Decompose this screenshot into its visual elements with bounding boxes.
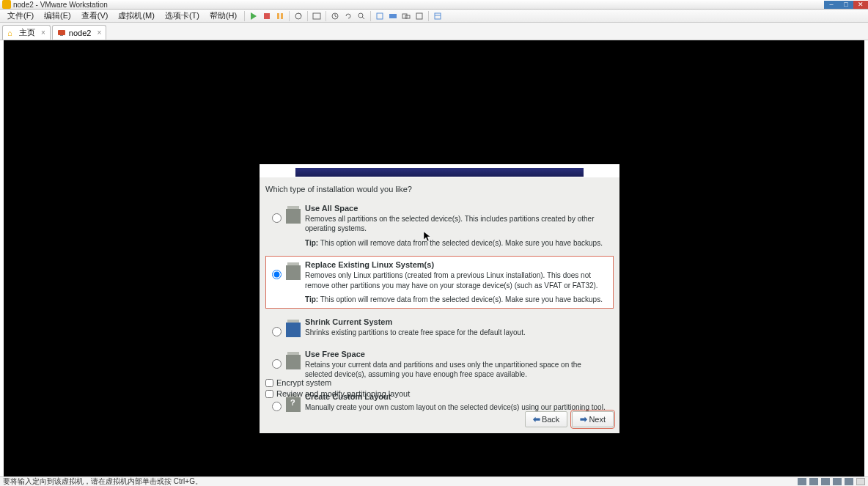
snapshot-icon[interactable]: [293, 10, 304, 22]
zoom-icon[interactable]: [356, 10, 367, 22]
home-icon: ⌂: [7, 29, 16, 37]
mouse-cursor: [424, 232, 431, 242]
tray-network-icon[interactable]: [821, 478, 830, 485]
svg-rect-11: [405, 15, 410, 18]
minimize-button[interactable]: –: [824, 1, 839, 9]
option-title: Use Free Space: [305, 349, 610, 360]
console-icon[interactable]: [400, 10, 412, 22]
option-replace-linux[interactable]: Replace Existing Linux System(s) Removes…: [265, 256, 614, 308]
svg-rect-15: [58, 30, 65, 35]
svg-rect-12: [416, 13, 422, 19]
play-icon[interactable]: [248, 10, 260, 22]
refresh-icon[interactable]: [342, 10, 354, 22]
separator: [370, 11, 371, 21]
installer-body: Which type of installation would you lik…: [260, 181, 619, 433]
menu-view[interactable]: 查看(V): [77, 10, 113, 22]
arrow-right-icon: ➡: [580, 414, 587, 424]
tab-node2-label: node2: [69, 29, 92, 37]
option-text: Use All Space Removes all partitions on …: [305, 203, 610, 248]
installer-header: [260, 164, 619, 177]
option-desc: Shrinks existing partitions to create fr…: [305, 328, 610, 338]
next-button[interactable]: ➡ Next: [572, 411, 614, 427]
option-title: Replace Existing Linux System(s): [305, 259, 610, 270]
close-tab-icon[interactable]: ×: [41, 29, 45, 37]
checkbox-review[interactable]: Review and modify partitioning layout: [265, 389, 410, 398]
checkbox-encrypt-input[interactable]: [265, 379, 273, 387]
library-icon[interactable]: [432, 10, 444, 22]
svg-rect-0: [264, 13, 270, 19]
arrow-left-icon: ⬅: [533, 414, 540, 424]
checkbox-area: Encrypt system Review and modify partiti…: [265, 378, 410, 398]
option-title: Shrink Current System: [305, 317, 610, 328]
option-desc: Removes all partitions on the selected d…: [305, 214, 610, 234]
svg-rect-16: [60, 35, 63, 36]
menu-tabs[interactable]: 选项卡(T): [161, 10, 204, 22]
title-bar: node2 - VMware Workstation – □ ✕: [0, 0, 868, 10]
close-tab-icon[interactable]: ×: [97, 29, 101, 37]
option-shrink[interactable]: Shrink Current System Shrinks existing p…: [265, 313, 614, 341]
svg-rect-4: [313, 13, 320, 19]
menu-help[interactable]: 帮助(H): [205, 10, 241, 22]
separator: [244, 11, 245, 21]
tray-usb-icon[interactable]: [833, 478, 842, 485]
unity-icon[interactable]: [387, 10, 399, 22]
radio-free-space[interactable]: [272, 359, 282, 369]
radio-shrink[interactable]: [272, 327, 282, 336]
back-button[interactable]: ⬅ Back: [525, 411, 567, 427]
tab-strip: ⌂ 主页 × node2 ×: [0, 23, 868, 40]
svg-rect-1: [277, 13, 279, 19]
vm-display[interactable]: Which type of installation would you lik…: [4, 40, 864, 476]
option-tip: Tip: This option will remove data from t…: [305, 238, 610, 248]
option-text: Shrink Current System Shrinks existing p…: [305, 317, 610, 337]
disk-all-icon: [286, 209, 301, 224]
fullscreen-icon[interactable]: [374, 10, 386, 22]
maximize-button[interactable]: □: [839, 1, 853, 9]
toolbar-icon[interactable]: [311, 10, 323, 22]
checkbox-review-input[interactable]: [265, 390, 273, 398]
back-label: Back: [542, 415, 559, 424]
option-desc: Retains your current data and partitions…: [305, 360, 610, 380]
svg-rect-2: [281, 13, 283, 19]
checkbox-encrypt[interactable]: Encrypt system: [265, 378, 410, 387]
install-question: Which type of installation would you lik…: [265, 185, 614, 194]
tray-sound-icon[interactable]: [845, 478, 853, 485]
installer-dialog: Which type of installation would you lik…: [260, 164, 619, 433]
option-text: Replace Existing Linux System(s) Removes…: [305, 259, 610, 304]
svg-rect-13: [435, 13, 441, 19]
option-use-all-space[interactable]: Use All Space Removes all partitions on …: [265, 199, 614, 251]
toolbar-icon-2[interactable]: [413, 10, 425, 22]
radio-replace-linux[interactable]: [272, 270, 282, 279]
tab-home[interactable]: ⌂ 主页 ×: [2, 25, 51, 40]
button-bar: ⬅ Back ➡ Next: [525, 411, 614, 427]
window-title: node2 - VMware Workstation: [13, 1, 108, 9]
tab-node2[interactable]: node2 ×: [52, 25, 106, 40]
menu-bar: 文件(F) 编辑(E) 查看(V) 虚拟机(M) 选项卡(T) 帮助(H): [0, 10, 868, 23]
menu-vm[interactable]: 虚拟机(M): [114, 10, 159, 22]
separator: [289, 11, 290, 21]
disk-shrink-icon: [286, 323, 301, 337]
option-tip: Tip: This option will remove data from t…: [305, 295, 610, 305]
disk-custom-icon: ?: [286, 397, 301, 412]
radio-use-all-space[interactable]: [272, 213, 282, 223]
svg-rect-8: [377, 13, 383, 19]
close-button[interactable]: ✕: [853, 1, 868, 9]
radio-custom[interactable]: [272, 402, 282, 411]
tray-cd-icon[interactable]: [809, 478, 818, 485]
checkbox-encrypt-label: Encrypt system: [276, 378, 331, 387]
menu-edit[interactable]: 编辑(E): [40, 10, 76, 22]
menu-file[interactable]: 文件(F): [3, 10, 38, 22]
vm-icon: [57, 29, 66, 37]
tray-message-icon[interactable]: [856, 478, 865, 485]
stop-icon[interactable]: [261, 10, 273, 22]
svg-rect-9: [389, 14, 397, 18]
svg-rect-10: [402, 14, 407, 18]
pause-icon[interactable]: [274, 10, 286, 22]
status-text: 要将输入定向到该虚拟机，请在虚拟机内部单击或按 Ctrl+G。: [3, 476, 202, 486]
installer-banner: [295, 168, 584, 177]
clock-icon[interactable]: [329, 10, 341, 22]
tray-disk-icon[interactable]: [798, 478, 806, 485]
system-tray: [798, 478, 865, 485]
option-text: Use Free Space Retains your current data…: [305, 349, 610, 380]
status-bar: 要将输入定向到该虚拟机，请在虚拟机内部单击或按 Ctrl+G。: [0, 476, 868, 486]
checkbox-review-label: Review and modify partitioning layout: [276, 389, 410, 398]
